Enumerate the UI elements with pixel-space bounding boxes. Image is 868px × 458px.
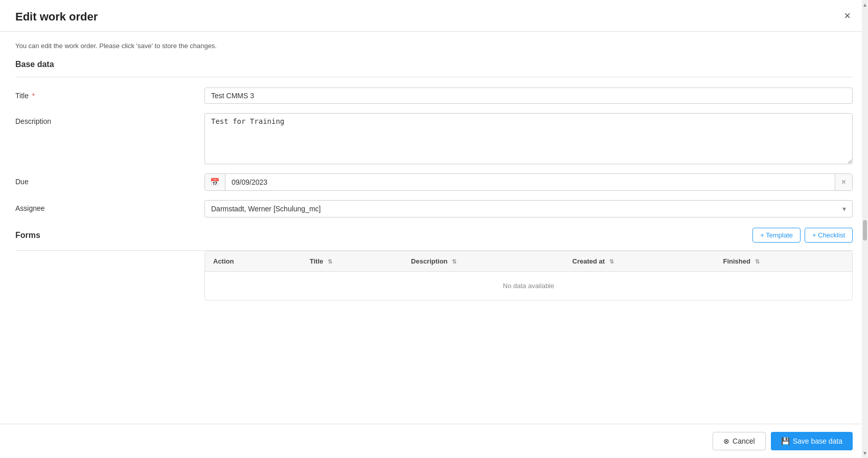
required-indicator: * bbox=[32, 92, 35, 100]
modal-title: Edit work order bbox=[15, 10, 98, 24]
forms-section: Forms + Template + Checklist Action bbox=[15, 228, 853, 300]
base-data-section-title: Base data bbox=[15, 60, 853, 69]
due-label: Due bbox=[15, 173, 204, 186]
save-label: Save base data bbox=[793, 437, 842, 445]
col-description[interactable]: Description ⇅ bbox=[403, 251, 564, 272]
add-template-button[interactable]: + Template bbox=[752, 228, 801, 243]
forms-table: Action Title ⇅ Description ⇅ C bbox=[205, 251, 852, 300]
table-header: Action Title ⇅ Description ⇅ C bbox=[205, 251, 852, 272]
created-at-sort-icon: ⇅ bbox=[609, 258, 614, 265]
cancel-icon: ⊗ bbox=[723, 437, 729, 445]
assignee-row: Assignee Darmstadt, Werner [Schulung_mc]… bbox=[15, 200, 853, 217]
add-checklist-button[interactable]: + Checklist bbox=[805, 228, 853, 243]
calendar-icon: 📅 bbox=[205, 174, 225, 190]
edit-work-order-modal: Edit work order × ▲ ▼ You can edit the w… bbox=[0, 0, 868, 458]
modal-footer: ⊗ Cancel 💾 Save base data bbox=[0, 424, 868, 458]
no-data-row: No data available bbox=[205, 272, 852, 300]
forms-actions: + Template + Checklist bbox=[752, 228, 853, 243]
col-finished[interactable]: Finished ⇅ bbox=[715, 251, 852, 272]
scroll-up-button[interactable]: ▲ bbox=[862, 0, 868, 10]
finished-sort-icon: ⇅ bbox=[755, 258, 760, 265]
assignee-select[interactable]: Darmstadt, Werner [Schulung_mc] ▾ bbox=[204, 200, 853, 217]
title-row: Title * bbox=[15, 88, 853, 104]
title-label: Title * bbox=[15, 88, 204, 100]
assignee-value: Darmstadt, Werner [Schulung_mc] bbox=[205, 201, 836, 217]
forms-section-title: Forms bbox=[15, 231, 40, 240]
forms-header: Forms + Template + Checklist bbox=[15, 228, 853, 243]
modal-body: You can edit the work order. Please clic… bbox=[0, 32, 868, 424]
col-created-at[interactable]: Created at ⇅ bbox=[564, 251, 715, 272]
description-row: Description Test for Training bbox=[15, 113, 853, 164]
description-sort-icon: ⇅ bbox=[452, 258, 456, 265]
description-input[interactable]: Test for Training bbox=[204, 113, 853, 164]
cancel-label: Cancel bbox=[733, 437, 755, 445]
chevron-down-icon: ▾ bbox=[836, 201, 852, 217]
col-action: Action bbox=[205, 251, 302, 272]
table-body: No data available bbox=[205, 272, 852, 300]
due-date-field[interactable]: 📅 09/09/2023 × bbox=[204, 173, 853, 191]
col-title[interactable]: Title ⇅ bbox=[302, 251, 403, 272]
modal-header: Edit work order × bbox=[0, 0, 868, 32]
cancel-button[interactable]: ⊗ Cancel bbox=[713, 432, 766, 450]
due-date-clear-button[interactable]: × bbox=[835, 174, 852, 190]
info-text: You can edit the work order. Please clic… bbox=[15, 42, 853, 50]
section-divider bbox=[15, 77, 853, 77]
due-date-value: 09/09/2023 bbox=[225, 175, 835, 190]
forms-table-wrapper: Action Title ⇅ Description ⇅ C bbox=[204, 251, 853, 300]
no-data-cell: No data available bbox=[205, 272, 852, 300]
close-button[interactable]: × bbox=[842, 10, 853, 21]
scroll-thumb[interactable] bbox=[863, 220, 867, 241]
title-input[interactable] bbox=[204, 88, 853, 104]
description-label: Description bbox=[15, 113, 204, 125]
scroll-down-button[interactable]: ▼ bbox=[862, 448, 868, 458]
title-sort-icon: ⇅ bbox=[328, 258, 332, 265]
due-row: Due 📅 09/09/2023 × bbox=[15, 173, 853, 191]
assignee-label: Assignee bbox=[15, 200, 204, 212]
scrollbar[interactable]: ▲ ▼ bbox=[862, 0, 868, 458]
save-button[interactable]: 💾 Save base data bbox=[771, 432, 853, 450]
save-icon: 💾 bbox=[781, 437, 790, 445]
